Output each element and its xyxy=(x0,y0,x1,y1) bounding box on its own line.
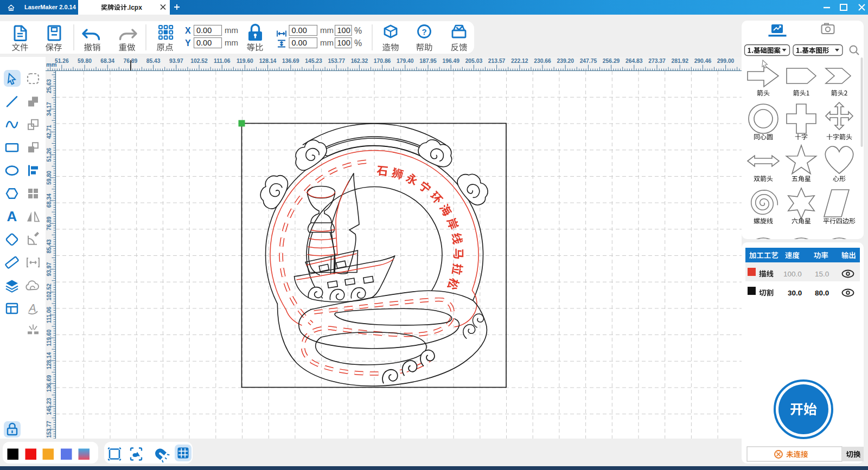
svg-text:100: 100 xyxy=(337,38,350,47)
svg-text:X: X xyxy=(185,26,191,35)
svg-text:128.14: 128.14 xyxy=(259,58,277,64)
svg-text:Y: Y xyxy=(185,38,191,48)
svg-text:100.0: 100.0 xyxy=(783,270,802,278)
svg-text:mm: mm xyxy=(320,38,334,47)
svg-text:179.40: 179.40 xyxy=(397,58,414,64)
svg-text:222.12: 222.12 xyxy=(511,58,528,64)
svg-text:162.32: 162.32 xyxy=(351,58,368,64)
svg-text:196.49: 196.49 xyxy=(442,58,459,64)
svg-text:264.83: 264.83 xyxy=(626,58,643,64)
svg-text:mm: mm xyxy=(320,25,334,35)
svg-text:85.43: 85.43 xyxy=(146,58,161,64)
svg-text:111.06: 111.06 xyxy=(214,58,231,64)
svg-text:68.34: 68.34 xyxy=(100,58,114,64)
svg-text:0.00: 0.00 xyxy=(292,38,307,47)
svg-text:273.37: 273.37 xyxy=(648,58,666,64)
svg-text:0.00: 0.00 xyxy=(196,26,212,35)
svg-text:239.20: 239.20 xyxy=(557,58,574,64)
svg-text:93.97: 93.97 xyxy=(169,58,183,64)
svg-text:%: % xyxy=(354,26,362,35)
svg-text:100: 100 xyxy=(337,26,350,35)
svg-text:145.23: 145.23 xyxy=(305,58,322,64)
svg-text:30.0: 30.0 xyxy=(788,289,802,297)
svg-text:187.95: 187.95 xyxy=(419,58,437,64)
svg-text:A: A xyxy=(7,208,17,224)
svg-text:299.00: 299.00 xyxy=(717,58,735,64)
svg-text:A: A xyxy=(28,302,36,314)
svg-text:281.92: 281.92 xyxy=(671,58,688,64)
svg-text:.lcpx: .lcpx xyxy=(127,4,143,11)
svg-text:170.86: 170.86 xyxy=(374,58,391,64)
svg-text:102.52: 102.52 xyxy=(190,58,208,64)
svg-text:213.57: 213.57 xyxy=(488,58,506,64)
svg-text:?: ? xyxy=(422,27,426,36)
svg-text:0.00: 0.00 xyxy=(292,26,307,35)
svg-text:59.80: 59.80 xyxy=(78,58,92,64)
svg-text:15.0: 15.0 xyxy=(815,270,829,278)
svg-text:%: % xyxy=(354,38,362,48)
svg-text:mm: mm xyxy=(225,38,238,47)
svg-text:80.0: 80.0 xyxy=(815,289,829,297)
svg-text:230.66: 230.66 xyxy=(534,58,551,64)
svg-text:51.26: 51.26 xyxy=(55,58,69,64)
svg-text:256.29: 256.29 xyxy=(603,58,620,64)
svg-text:136.69: 136.69 xyxy=(282,58,299,64)
svg-text:247.75: 247.75 xyxy=(580,58,597,64)
svg-text:mm: mm xyxy=(225,25,238,35)
svg-text:119.60: 119.60 xyxy=(237,58,253,64)
svg-text:290.46: 290.46 xyxy=(694,58,712,64)
svg-text:205.03: 205.03 xyxy=(465,58,483,64)
svg-text:0.00: 0.00 xyxy=(196,38,212,47)
svg-text:153.77: 153.77 xyxy=(328,58,345,64)
